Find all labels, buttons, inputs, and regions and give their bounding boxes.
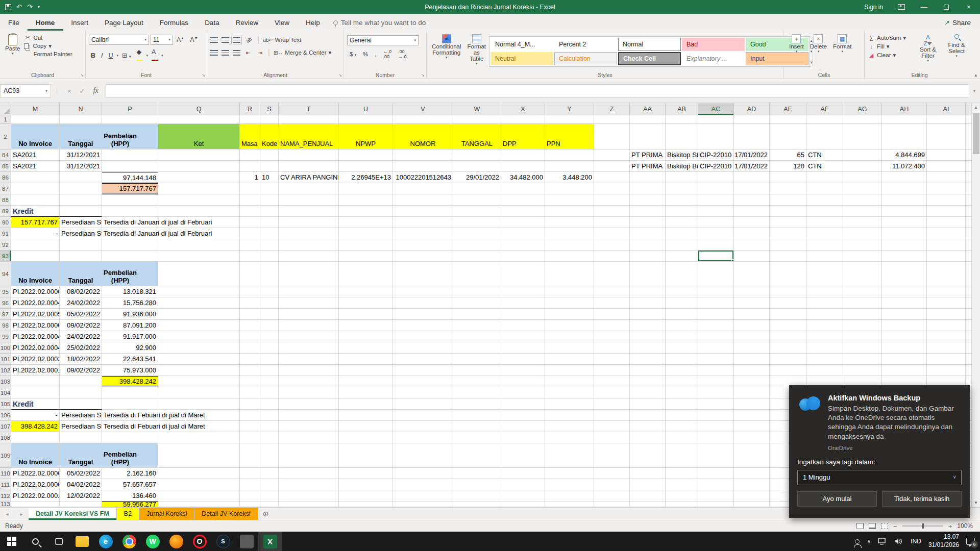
cell-N95[interactable]: 08/02/2022 <box>60 286 102 297</box>
cell-AD113[interactable] <box>734 502 770 507</box>
cell-W106[interactable] <box>453 410 501 421</box>
cell-T86[interactable]: CV ARIRA PANGINDO <box>279 172 339 183</box>
expand-formula-bar-icon[interactable]: ▾ <box>969 88 980 93</box>
cell-AB109[interactable] <box>666 443 698 468</box>
cell-AJ93[interactable] <box>966 251 971 262</box>
cell-AF1[interactable] <box>806 115 843 124</box>
cell-AD112[interactable] <box>734 490 770 502</box>
sheet-tab-detail-jv-koreksi[interactable]: Detail JV Koreksi <box>194 508 258 520</box>
sheet-tab-b2[interactable]: B2 <box>117 508 139 520</box>
cell-V94[interactable] <box>393 262 453 286</box>
column-header-M[interactable]: M <box>11 103 60 115</box>
cell-W87[interactable] <box>453 183 501 194</box>
cell-AJ97[interactable] <box>966 309 971 320</box>
cell-T93[interactable] <box>279 251 339 262</box>
cell-N84[interactable]: 31/12/2021 <box>60 149 102 161</box>
cell-N2[interactable]: Tanggal <box>60 124 102 149</box>
cell-AE84[interactable]: 65 <box>770 149 806 161</box>
cell-U93[interactable] <box>339 251 393 262</box>
number-format-combo[interactable]: General▾ <box>347 35 419 45</box>
cell-M2[interactable]: No Invoice <box>11 124 60 149</box>
cell-AA100[interactable] <box>630 342 666 354</box>
cell-T97[interactable] <box>279 309 339 320</box>
cell-M95[interactable]: PI.2022.02.00007 <box>11 286 60 297</box>
cell-Q89[interactable] <box>158 206 240 217</box>
cell-AD111[interactable] <box>734 479 770 490</box>
cell-W112[interactable] <box>453 490 501 502</box>
cell-S105[interactable] <box>260 398 279 410</box>
cell-AD2[interactable] <box>734 124 770 149</box>
cell-AI102[interactable] <box>927 365 966 376</box>
cell-AB90[interactable] <box>666 217 698 228</box>
column-header-V[interactable]: V <box>393 103 453 115</box>
insert-cells-button[interactable]: ＋ Insert▾ <box>786 33 807 70</box>
cell-S93[interactable] <box>260 251 279 262</box>
sign-in-button[interactable]: Sign in <box>857 4 890 11</box>
cell-AC1[interactable] <box>698 115 734 124</box>
row-header-94[interactable]: 94 <box>0 262 11 286</box>
cell-AJ98[interactable] <box>966 320 971 331</box>
collapse-ribbon-icon[interactable]: ▴ <box>974 72 977 78</box>
cell-X98[interactable] <box>501 320 545 331</box>
cell-N100[interactable]: 25/02/2022 <box>60 342 102 354</box>
cell-AA88[interactable] <box>630 194 666 206</box>
cell-AB96[interactable] <box>666 297 698 309</box>
cell-AB110[interactable] <box>666 468 698 479</box>
cell-AB99[interactable] <box>666 331 698 342</box>
cell-AE99[interactable] <box>770 331 806 342</box>
cell-M87[interactable] <box>11 183 60 194</box>
cell-AD104[interactable] <box>734 387 770 398</box>
cell-Z109[interactable] <box>594 443 630 468</box>
cell-AB101[interactable] <box>666 354 698 365</box>
cell-P91[interactable]: Tersedia di Januari di jual di Februari <box>102 228 158 239</box>
cell-Z2[interactable] <box>594 124 630 149</box>
edge-taskbar-button[interactable]: e <box>94 532 117 551</box>
cell-AA109[interactable] <box>630 443 666 468</box>
cell-P113[interactable]: 59.956.277 <box>102 502 158 507</box>
cell-R105[interactable] <box>240 398 260 410</box>
cell-AC102[interactable] <box>698 365 734 376</box>
row-header-88[interactable]: 88 <box>0 194 11 206</box>
cell-M101[interactable]: PI.2022.02.00023 <box>11 354 60 365</box>
row-header-98[interactable]: 98 <box>0 320 11 331</box>
cell-S107[interactable] <box>260 421 279 432</box>
cell-Y97[interactable] <box>545 309 594 320</box>
cell-R91[interactable] <box>240 228 260 239</box>
underline-button[interactable]: U <box>107 52 115 60</box>
cell-P85[interactable] <box>102 161 158 172</box>
cell-Z107[interactable] <box>594 421 630 432</box>
cell-AH101[interactable] <box>882 354 927 365</box>
cell-Q104[interactable] <box>158 387 240 398</box>
cell-AH89[interactable] <box>882 206 927 217</box>
cell-AH99[interactable] <box>882 331 927 342</box>
cell-S2[interactable]: Kode <box>260 124 279 149</box>
cell-T89[interactable] <box>279 206 339 217</box>
cell-AA106[interactable] <box>630 410 666 421</box>
cell-T111[interactable] <box>279 479 339 490</box>
cell-W98[interactable] <box>453 320 501 331</box>
cell-T98[interactable] <box>279 320 339 331</box>
column-header-AA[interactable]: AA <box>630 103 666 115</box>
cell-Q88[interactable] <box>158 194 240 206</box>
menu-tab-formulas[interactable]: Formulas <box>152 15 197 31</box>
cell-X96[interactable] <box>501 297 545 309</box>
cell-AA112[interactable] <box>630 490 666 502</box>
cell-AA102[interactable] <box>630 365 666 376</box>
speaker-icon[interactable] <box>894 538 903 545</box>
cell-P112[interactable]: 136.460 <box>102 490 158 502</box>
cell-V113[interactable] <box>393 502 453 507</box>
cell-U112[interactable] <box>339 490 393 502</box>
scrollbar-thumb[interactable] <box>973 113 979 154</box>
row-header-108[interactable]: 108 <box>0 432 11 443</box>
cell-AC98[interactable] <box>698 320 734 331</box>
cell-U104[interactable] <box>339 387 393 398</box>
cell-Z99[interactable] <box>594 331 630 342</box>
cell-Q94[interactable] <box>158 262 240 286</box>
cell-AG102[interactable] <box>843 365 882 376</box>
cell-Z105[interactable] <box>594 398 630 410</box>
italic-button[interactable]: I <box>99 52 105 60</box>
cell-U100[interactable] <box>339 342 393 354</box>
cell-T96[interactable] <box>279 297 339 309</box>
cell-AG93[interactable] <box>843 251 882 262</box>
cell-Q96[interactable] <box>158 297 240 309</box>
